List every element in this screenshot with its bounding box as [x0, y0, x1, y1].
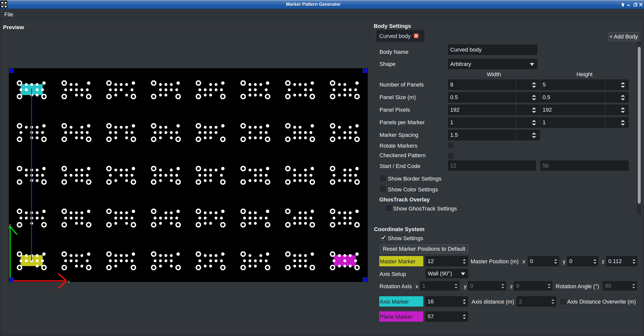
svg-text:z: z	[9, 223, 11, 227]
svg-text:2: 2	[32, 178, 34, 182]
svg-text:x: x	[68, 279, 70, 283]
